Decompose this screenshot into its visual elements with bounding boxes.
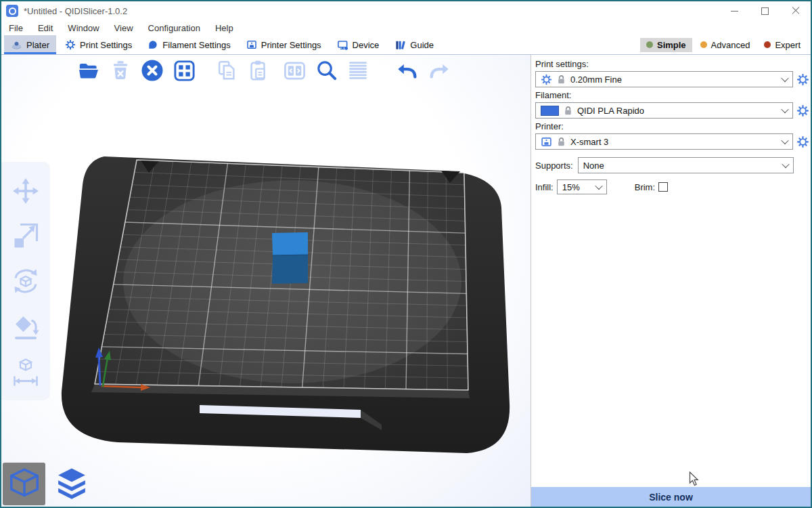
edit-print-settings-button[interactable] xyxy=(796,72,809,86)
menu-window[interactable]: Window xyxy=(60,23,106,33)
tab-device[interactable]: Device xyxy=(330,35,386,54)
viewport-3d[interactable] xyxy=(1,55,531,507)
tab-filament-settings[interactable]: Filament Settings xyxy=(141,35,237,54)
gear-icon xyxy=(541,74,552,85)
variable-layer-height-button[interactable] xyxy=(345,57,371,84)
model-cube[interactable] xyxy=(272,232,308,284)
infill-label: Infill: xyxy=(535,182,554,192)
supports-label: Supports: xyxy=(535,161,573,171)
delete-all-button[interactable] xyxy=(139,57,165,84)
maximize-icon xyxy=(761,7,769,15)
close-button[interactable] xyxy=(780,1,811,20)
maximize-button[interactable] xyxy=(750,1,780,20)
split-button[interactable] xyxy=(281,57,307,84)
titlebar: *Untitled - QIDISlicer-1.0.2 xyxy=(1,1,811,20)
preview-layers-view-button[interactable] xyxy=(50,463,93,505)
tab-label: Plater xyxy=(26,40,49,50)
undo-icon xyxy=(396,59,419,82)
tab-print-settings[interactable]: Print Settings xyxy=(58,35,139,54)
menu-configuration[interactable]: Configuration xyxy=(141,23,208,33)
filament-select[interactable]: QIDI PLA Rapido xyxy=(535,102,793,119)
delete-button[interactable] xyxy=(108,57,133,84)
supports-select[interactable]: None xyxy=(578,157,794,173)
infill-row: Infill: 15% Brim: xyxy=(535,179,809,194)
gear-icon xyxy=(796,73,809,86)
size-tool-button[interactable] xyxy=(9,355,42,387)
device-monitor-icon xyxy=(337,39,348,51)
view-mode-buttons xyxy=(3,463,93,505)
search-button[interactable] xyxy=(313,57,339,84)
move-icon xyxy=(11,176,41,206)
print-settings-label: Print settings: xyxy=(535,59,809,69)
editor-3d-view-button[interactable] xyxy=(3,463,45,505)
menu-file[interactable]: File xyxy=(1,23,30,33)
filament-row: QIDI PLA Rapido xyxy=(535,102,809,119)
printer-icon xyxy=(541,136,552,148)
filament-color-swatch xyxy=(541,106,559,116)
print-settings-select[interactable]: 0.20mm Fine xyxy=(535,71,793,87)
place-on-face-tool-button[interactable] xyxy=(9,310,42,343)
simple-mode-dot-icon xyxy=(646,41,653,48)
infill-value: 15% xyxy=(562,182,580,192)
tab-label: Printer Settings xyxy=(261,40,321,50)
menu-edit[interactable]: Edit xyxy=(30,23,60,33)
lock-icon xyxy=(557,75,566,85)
lock-icon xyxy=(564,106,572,116)
toolbar-left xyxy=(1,162,50,400)
copy-button[interactable] xyxy=(214,57,240,84)
mode-simple[interactable]: Simple xyxy=(640,38,692,52)
filament-icon xyxy=(148,39,158,50)
supports-row: Supports: None xyxy=(535,157,809,173)
cube-wireframe-icon xyxy=(6,466,43,503)
redo-button[interactable] xyxy=(426,57,452,84)
printer-icon xyxy=(246,39,257,50)
menu-help[interactable]: Help xyxy=(208,23,241,33)
infill-select[interactable]: 15% xyxy=(557,179,607,194)
gear-icon xyxy=(796,104,809,117)
tab-printer-settings[interactable]: Printer Settings xyxy=(240,35,328,54)
right-panel-content: Print settings: 0.20mm Fine Filament: QI… xyxy=(531,55,811,487)
mode-label: Expert xyxy=(775,40,800,50)
plater-icon xyxy=(11,39,22,51)
open-folder-icon xyxy=(77,59,100,82)
menubar: File Edit Window View Configuration Help xyxy=(1,20,811,35)
tab-label: Guide xyxy=(410,40,434,50)
tab-label: Print Settings xyxy=(80,40,132,50)
printer-value: X-smart 3 xyxy=(570,137,608,147)
brim-checkbox[interactable] xyxy=(658,182,668,192)
bed-3d-scene[interactable] xyxy=(1,55,531,507)
tabbar: Plater Print Settings Filament Settings … xyxy=(1,35,811,55)
minimize-icon xyxy=(731,11,738,12)
toolbar-top xyxy=(76,57,452,84)
tab-plater[interactable]: Plater xyxy=(4,35,56,54)
printer-select[interactable]: X-smart 3 xyxy=(535,133,793,150)
mode-expert[interactable]: Expert xyxy=(758,38,807,52)
copy-icon xyxy=(215,59,238,82)
arrange-button[interactable] xyxy=(171,57,197,84)
tab-guide[interactable]: Guide xyxy=(388,35,441,54)
qidislicer-window: { "titlebar": { "title": "*Untitled - QI… xyxy=(0,0,812,508)
move-tool-button[interactable] xyxy=(9,175,42,207)
paste-button[interactable] xyxy=(246,57,271,84)
open-file-button[interactable] xyxy=(76,57,102,84)
undo-button[interactable] xyxy=(394,57,420,84)
printer-row: X-smart 3 xyxy=(535,133,809,150)
search-icon xyxy=(315,59,338,83)
scale-tool-button[interactable] xyxy=(9,219,42,252)
minimize-button[interactable] xyxy=(719,1,750,20)
place-on-face-icon xyxy=(11,312,41,341)
tab-label: Device xyxy=(353,40,380,50)
window-controls xyxy=(719,1,811,20)
edit-printer-button[interactable] xyxy=(796,135,809,148)
menu-view[interactable]: View xyxy=(107,23,141,33)
layer-lines-icon xyxy=(346,59,369,82)
slice-now-button[interactable]: Slice now xyxy=(531,487,811,507)
edit-filament-button[interactable] xyxy=(796,104,809,117)
gear-icon xyxy=(65,39,76,50)
mode-advanced[interactable]: Advanced xyxy=(694,38,757,52)
window-title: *Untitled - QIDISlicer-1.0.2 xyxy=(24,6,127,16)
print-settings-value: 0.20mm Fine xyxy=(570,75,622,85)
rotate-tool-button[interactable] xyxy=(9,265,42,297)
advanced-mode-dot-icon xyxy=(700,41,707,48)
chevron-down-icon xyxy=(595,182,602,190)
